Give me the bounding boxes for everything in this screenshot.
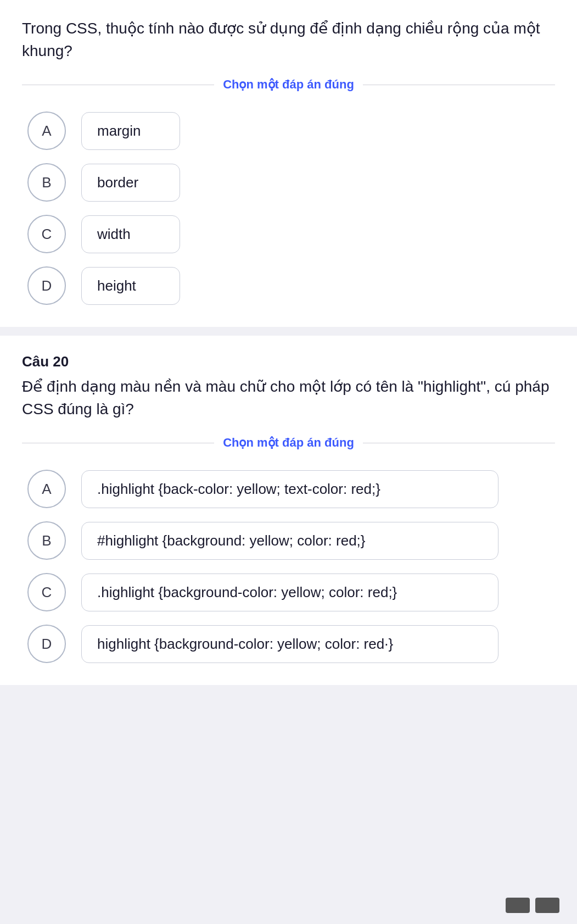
question-19-options: A margin B border C width D height xyxy=(22,112,555,305)
divider-line-right-20 xyxy=(363,443,555,443)
option-20-a[interactable]: A .highlight {back-color: yellow; text-c… xyxy=(27,470,555,508)
option-20-b-box[interactable]: #highlight {background: yellow; color: r… xyxy=(81,522,498,560)
option-19-a-circle: A xyxy=(27,112,66,150)
option-19-a-box[interactable]: margin xyxy=(81,112,180,150)
option-20-a-circle: A xyxy=(27,470,66,508)
bottom-navigation xyxy=(488,887,577,924)
question-20-divider: Chọn một đáp án đúng xyxy=(22,436,555,450)
option-19-b[interactable]: B border xyxy=(27,163,555,202)
option-19-d-circle: D xyxy=(27,266,66,305)
option-20-c-box[interactable]: .highlight {background-color: yellow; co… xyxy=(81,574,498,611)
option-19-b-box[interactable]: border xyxy=(81,164,180,202)
option-20-d-box[interactable]: highlight {background-color: yellow; col… xyxy=(81,625,498,663)
question-20-divider-label: Chọn một đáp án đúng xyxy=(223,436,354,450)
question-20-options: A .highlight {back-color: yellow; text-c… xyxy=(22,470,555,663)
question-20-block: Câu 20 Để định dạng màu nền và màu chữ c… xyxy=(0,336,577,685)
option-19-c-box[interactable]: width xyxy=(81,215,180,253)
nav-prev-button[interactable] xyxy=(506,898,530,913)
option-20-a-box[interactable]: .highlight {back-color: yellow; text-col… xyxy=(81,470,498,508)
option-19-b-circle: B xyxy=(27,163,66,202)
option-20-c[interactable]: C .highlight {background-color: yellow; … xyxy=(27,573,555,611)
divider-line-right xyxy=(363,85,555,85)
option-20-b-circle: B xyxy=(27,521,66,560)
option-20-b[interactable]: B #highlight {background: yellow; color:… xyxy=(27,521,555,560)
option-19-a[interactable]: A margin xyxy=(27,112,555,150)
option-20-d-circle: D xyxy=(27,625,66,663)
question-20-label: Câu 20 xyxy=(22,353,555,370)
question-19-divider-label: Chọn một đáp án đúng xyxy=(223,77,354,92)
question-20-text: Để định dạng màu nền và màu chữ cho một … xyxy=(22,376,555,420)
option-20-d[interactable]: D highlight {background-color: yellow; c… xyxy=(27,625,555,663)
question-19-divider: Chọn một đáp án đúng xyxy=(22,77,555,92)
nav-next-button[interactable] xyxy=(535,898,559,913)
question-19-block: Trong CSS, thuộc tính nào được sử dụng đ… xyxy=(0,0,577,327)
option-19-c[interactable]: C width xyxy=(27,215,555,253)
option-19-d-box[interactable]: height xyxy=(81,267,180,305)
option-19-c-circle: C xyxy=(27,215,66,253)
option-20-c-circle: C xyxy=(27,573,66,611)
option-19-d[interactable]: D height xyxy=(27,266,555,305)
divider-line-left xyxy=(22,85,214,85)
divider-line-left-20 xyxy=(22,443,214,443)
question-19-text: Trong CSS, thuộc tính nào được sử dụng đ… xyxy=(22,18,555,62)
